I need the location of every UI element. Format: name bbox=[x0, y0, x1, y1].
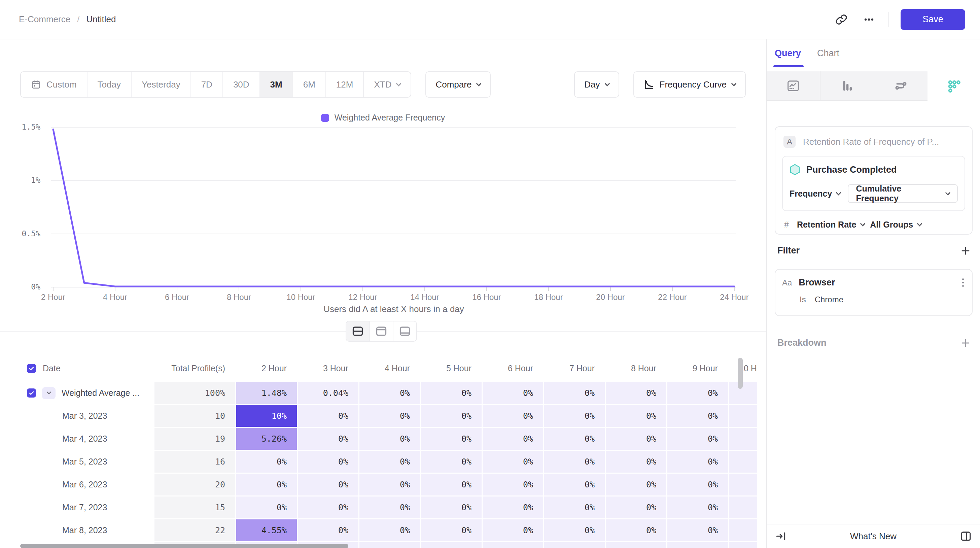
report-type-funnels[interactable] bbox=[821, 72, 874, 101]
summary-row-checkbox[interactable] bbox=[27, 389, 36, 398]
report-type-flows[interactable] bbox=[874, 72, 928, 101]
add-breakdown-button[interactable] bbox=[961, 338, 970, 348]
table-cell[interactable]: 0% bbox=[606, 451, 667, 473]
table-cell[interactable]: 0% bbox=[483, 405, 543, 427]
table-horizontal-scrollbar[interactable] bbox=[20, 544, 348, 548]
chart-type-dropdown[interactable]: Frequency Curve bbox=[633, 72, 746, 98]
table-cell[interactable]: 0% bbox=[544, 497, 605, 518]
table-cell[interactable]: 0% bbox=[298, 451, 358, 473]
filter-options-button[interactable] bbox=[961, 277, 965, 288]
table-cell[interactable]: 0% bbox=[667, 405, 728, 427]
table-cell[interactable]: 0% bbox=[421, 451, 482, 473]
range-custom[interactable]: Custom bbox=[21, 72, 88, 97]
table-cell[interactable]: 0% bbox=[606, 519, 667, 541]
range-7d[interactable]: 7D bbox=[191, 72, 223, 97]
table-cell[interactable]: 0% bbox=[360, 428, 420, 450]
table-cell[interactable]: 0% bbox=[544, 474, 605, 495]
table-cell[interactable]: 0% bbox=[421, 428, 482, 450]
filter-value[interactable]: Chrome bbox=[815, 295, 843, 304]
table-cell[interactable]: 0% bbox=[667, 451, 728, 473]
summary-hour-cell[interactable]: 0% bbox=[360, 382, 420, 404]
compare-button[interactable]: Compare bbox=[425, 72, 491, 98]
table-cell[interactable]: 0% bbox=[298, 428, 358, 450]
summary-hour-cell[interactable]: 0% bbox=[606, 382, 667, 404]
table-cell[interactable]: 0% bbox=[667, 428, 728, 450]
range-today[interactable]: Today bbox=[88, 72, 132, 97]
table-cell[interactable]: 0% bbox=[544, 519, 605, 541]
table-cell[interactable]: 0% bbox=[360, 451, 420, 473]
table-cell[interactable]: 0% bbox=[483, 519, 543, 541]
granularity-dropdown[interactable]: Day bbox=[574, 72, 619, 98]
tab-query[interactable]: Query bbox=[775, 48, 801, 67]
filter-operator[interactable]: Is bbox=[800, 295, 806, 304]
range-xtd[interactable]: XTD bbox=[364, 72, 410, 97]
split-view-button[interactable] bbox=[346, 322, 370, 341]
results-table[interactable]: DateTotal Profile(s)2 Hour3 Hour4 Hour5 … bbox=[20, 356, 757, 548]
table-cell[interactable]: 0% bbox=[483, 451, 543, 473]
table-cell[interactable]: 0% bbox=[298, 497, 358, 518]
summary-hour-cell[interactable]: 0% bbox=[544, 382, 605, 404]
summary-hour-cell[interactable]: 0% bbox=[483, 382, 543, 404]
table-cell[interactable]: 0% bbox=[606, 474, 667, 495]
table-cell[interactable]: 0% bbox=[544, 451, 605, 473]
more-menu-button[interactable] bbox=[861, 11, 877, 28]
table-cell[interactable]: 0% bbox=[236, 474, 297, 495]
report-type-insights[interactable] bbox=[767, 72, 821, 101]
frequency-type-select[interactable]: Cumulative Frequency bbox=[848, 184, 958, 203]
table-cell[interactable]: 0% bbox=[483, 497, 543, 518]
table-cell[interactable]: 0% bbox=[360, 405, 420, 427]
table-cell[interactable]: 0% bbox=[236, 451, 297, 473]
table-cell[interactable]: 0% bbox=[298, 474, 358, 495]
table-cell[interactable]: 0% bbox=[421, 497, 482, 518]
table-cell[interactable]: 5.26% bbox=[236, 428, 297, 450]
copy-link-button[interactable] bbox=[833, 11, 850, 28]
step-title[interactable]: Retention Rate of Frequency of P... bbox=[803, 137, 939, 147]
event-name[interactable]: Purchase Completed bbox=[807, 165, 897, 175]
table-only-view-button[interactable] bbox=[393, 322, 416, 341]
table-cell[interactable]: 0% bbox=[421, 405, 482, 427]
range-12m[interactable]: 12M bbox=[326, 72, 364, 97]
table-cell[interactable]: 0% bbox=[667, 519, 728, 541]
expand-summary-button[interactable] bbox=[42, 387, 56, 399]
save-button[interactable]: Save bbox=[900, 9, 965, 30]
table-cell[interactable]: 0% bbox=[606, 428, 667, 450]
report-type-retention-selected[interactable] bbox=[928, 72, 980, 101]
summary-hour-cell[interactable]: 1.48% bbox=[236, 382, 297, 404]
collapse-panel-icon[interactable] bbox=[775, 530, 787, 542]
side-panel-icon[interactable] bbox=[960, 530, 972, 542]
table-cell[interactable]: 0% bbox=[421, 474, 482, 495]
whats-new-link[interactable]: What's New bbox=[850, 531, 897, 542]
table-cell[interactable]: 0% bbox=[606, 405, 667, 427]
breadcrumb-project[interactable]: E-Commerce bbox=[19, 14, 70, 25]
range-30d[interactable]: 30D bbox=[223, 72, 260, 97]
breadcrumb-report-title[interactable]: Untitled bbox=[86, 14, 116, 25]
groups-dropdown[interactable]: All Groups bbox=[870, 220, 921, 229]
summary-hour-cell[interactable]: 0% bbox=[421, 382, 482, 404]
frequency-curve-chart[interactable]: 2 Hour4 Hour6 Hour8 Hour10 Hour12 Hour14… bbox=[0, 120, 766, 325]
summary-hour-cell[interactable]: 0.04% bbox=[298, 382, 358, 404]
table-cell[interactable]: 0% bbox=[606, 497, 667, 518]
select-all-checkbox[interactable] bbox=[27, 364, 36, 373]
table-cell[interactable]: 0% bbox=[360, 497, 420, 518]
table-vertical-scrollbar[interactable] bbox=[738, 358, 743, 389]
table-cell[interactable]: 0% bbox=[483, 428, 543, 450]
metric-dropdown[interactable]: Retention Rate bbox=[797, 220, 865, 229]
table-cell[interactable]: 0% bbox=[421, 519, 482, 541]
table-cell[interactable]: 0% bbox=[667, 474, 728, 495]
range-6m[interactable]: 6M bbox=[293, 72, 326, 97]
table-cell[interactable]: 4.55% bbox=[236, 519, 297, 541]
chart-only-view-button[interactable] bbox=[370, 322, 393, 341]
add-filter-button[interactable] bbox=[961, 246, 970, 256]
summary-hour-cell[interactable]: 0% bbox=[667, 382, 728, 404]
table-cell[interactable]: 0% bbox=[360, 519, 420, 541]
table-cell[interactable]: 0% bbox=[298, 405, 358, 427]
table-cell[interactable]: 0% bbox=[483, 474, 543, 495]
table-cell[interactable]: 0% bbox=[298, 519, 358, 541]
filter-property[interactable]: Browser bbox=[799, 277, 954, 288]
range-3m-selected[interactable]: 3M bbox=[260, 72, 293, 97]
table-cell[interactable]: 10% bbox=[236, 405, 297, 427]
tab-chart[interactable]: Chart bbox=[817, 48, 839, 67]
table-cell[interactable]: 0% bbox=[667, 497, 728, 518]
range-yesterday[interactable]: Yesterday bbox=[132, 72, 191, 97]
table-cell[interactable]: 0% bbox=[544, 428, 605, 450]
